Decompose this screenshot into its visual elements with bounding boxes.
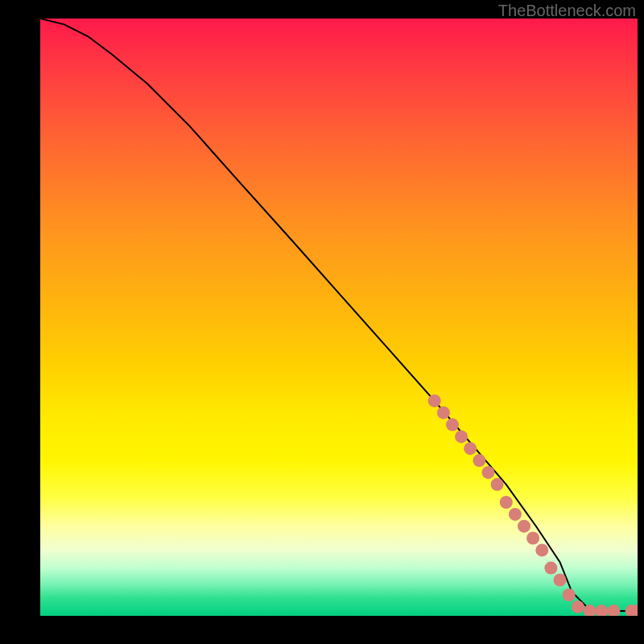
attribution-text: TheBottleneck.com: [498, 2, 636, 20]
plot-background: [40, 19, 638, 616]
chart-container: TheBottleneck.com: [0, 0, 644, 644]
